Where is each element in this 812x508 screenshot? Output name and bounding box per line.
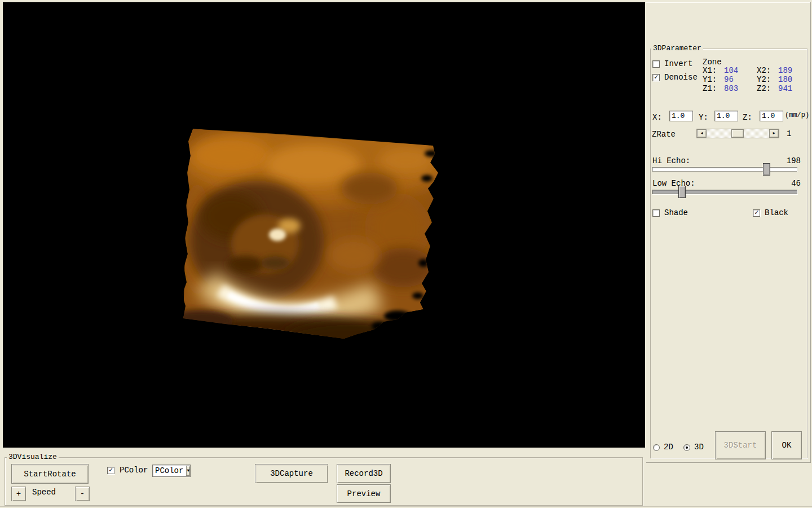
zrate-value: 1	[787, 129, 791, 138]
3dstart-button[interactable]: 3DStart	[715, 431, 766, 459]
shade-label: Shade	[664, 208, 688, 217]
invert-label: Invert	[664, 59, 692, 68]
check-icon: ✓	[109, 467, 113, 473]
hi-echo-value: 198	[782, 156, 801, 165]
zone-title: Zone	[703, 58, 722, 67]
mode-3d-label: 3D	[694, 443, 704, 452]
pcolor-checkbox-label: PColor	[120, 466, 148, 475]
arrow-right-icon: ►	[773, 132, 775, 135]
chevron-down-icon: ▼	[187, 468, 189, 473]
y-scale-label: Y:	[699, 113, 708, 122]
zrate-scroll-right-button[interactable]: ►	[769, 129, 779, 138]
ok-button[interactable]: OK	[771, 431, 802, 459]
parameter-groupbox	[650, 49, 807, 458]
zone-x2-value: 189	[778, 66, 792, 75]
hi-echo-label: Hi Echo:	[652, 156, 690, 165]
mode-2d-radio[interactable]	[653, 444, 660, 451]
zone-y2-label: Y2:	[757, 75, 771, 84]
zrate-scrollbar[interactable]: ◄ ►	[696, 129, 779, 138]
zrate-label: ZRate	[652, 130, 676, 139]
zone-x1-label: X1:	[703, 66, 717, 75]
low-echo-label: Low Echo:	[652, 179, 695, 188]
zone-y1-value: 96	[724, 75, 734, 84]
low-echo-slider[interactable]	[652, 190, 797, 194]
z-scale-label: Z:	[743, 113, 752, 122]
start-rotate-button[interactable]: StartRotate	[11, 464, 89, 484]
zone-y1-label: Y1:	[703, 75, 717, 84]
zone-x2-label: X2:	[757, 66, 771, 75]
y-scale-input[interactable]	[714, 111, 738, 121]
3dcapture-button[interactable]: 3DCapture	[255, 464, 328, 483]
mode-3d-radio[interactable]	[683, 444, 690, 451]
app-window: { "colors": { "window_bg": "#ece9d8", "v…	[0, 0, 812, 508]
record3d-button[interactable]: Record3D	[337, 464, 391, 483]
check-icon: ✓	[754, 210, 758, 216]
pcolor-combobox-dropdown-button[interactable]: ▼	[186, 466, 190, 476]
z-scale-input[interactable]	[760, 111, 783, 121]
parameter-group-title: 3DParameter	[651, 45, 703, 52]
zone-z1-value: 803	[724, 84, 738, 93]
pcolor-combobox[interactable]: PColor ▼	[152, 465, 191, 477]
shade-checkbox[interactable]	[652, 209, 660, 217]
hi-echo-slider-thumb[interactable]	[763, 163, 770, 176]
speed-label: Speed	[32, 488, 56, 497]
zrate-scroll-left-button[interactable]: ◄	[697, 129, 707, 138]
pcolor-combobox-value: PColor	[153, 466, 186, 475]
speed-minus-button[interactable]: -	[75, 487, 90, 501]
hi-echo-slider[interactable]	[652, 167, 797, 172]
x-scale-label: X:	[652, 113, 662, 122]
zrate-scrollbar-thumb[interactable]	[731, 129, 744, 138]
pcolor-checkbox[interactable]: ✓	[107, 467, 114, 474]
scale-unit-label: (mm/p)	[785, 111, 809, 120]
zone-z2-label: Z2:	[757, 84, 771, 93]
denoise-checkbox[interactable]: ✓	[652, 74, 660, 81]
speed-plus-button[interactable]: +	[11, 487, 26, 501]
black-label: Black	[765, 208, 788, 217]
zone-y2-value: 180	[778, 75, 792, 84]
zone-x1-value: 104	[724, 66, 738, 75]
parameter-panel: 3DParameter Invert ✓ Denoise Zone X1: 10…	[646, 2, 811, 463]
low-echo-value: 46	[782, 179, 801, 188]
denoise-label: Denoise	[664, 73, 698, 82]
arrow-left-icon: ◄	[700, 132, 703, 135]
black-checkbox[interactable]: ✓	[753, 209, 760, 217]
zone-z1-label: Z1:	[703, 84, 717, 93]
mode-2d-label: 2D	[664, 443, 673, 452]
x-scale-input[interactable]	[669, 111, 693, 121]
preview-button[interactable]: Preview	[337, 484, 391, 503]
ultrasound-render	[3, 2, 645, 448]
invert-checkbox[interactable]	[652, 60, 660, 68]
render-viewport[interactable]	[3, 2, 645, 448]
visualize-group-title: 3DVisualize	[7, 453, 59, 461]
check-icon: ✓	[654, 75, 658, 80]
low-echo-slider-thumb[interactable]	[678, 186, 686, 198]
zone-z2-value: 941	[778, 84, 792, 93]
